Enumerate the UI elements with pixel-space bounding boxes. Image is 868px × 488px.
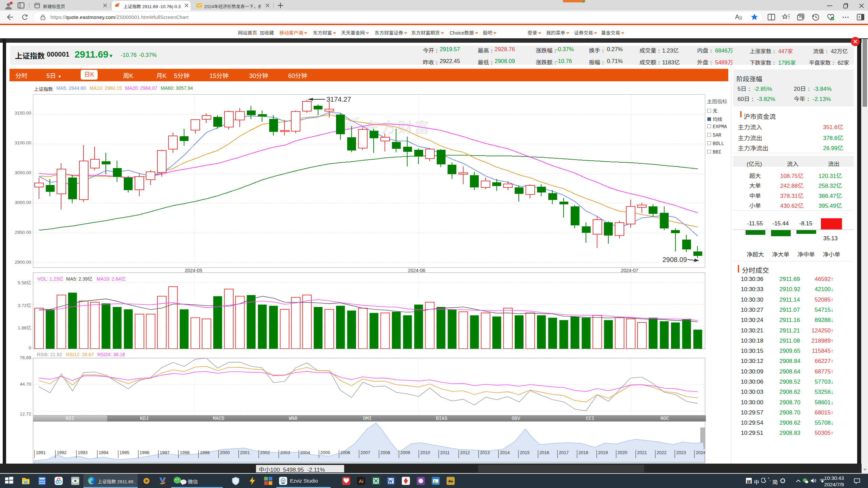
svg-text:2017: 2017: [559, 450, 569, 455]
svg-text:2004: 2004: [300, 450, 310, 455]
svg-text:2022: 2022: [657, 450, 667, 455]
svg-text:3174.27: 3174.27: [327, 96, 351, 103]
svg-text:2908.09: 2908.09: [663, 256, 687, 263]
svg-text:2006: 2006: [340, 450, 350, 455]
svg-text:2008: 2008: [380, 450, 390, 455]
svg-text:2018: 2018: [578, 450, 588, 455]
svg-text:2019: 2019: [598, 450, 608, 455]
svg-text:1995: 1995: [120, 450, 130, 455]
svg-text:1991: 1991: [36, 450, 46, 455]
svg-text:Ai: Ai: [359, 479, 363, 484]
svg-text:2009: 2009: [400, 450, 410, 455]
svg-text:1993: 1993: [78, 450, 87, 455]
svg-text:2011: 2011: [440, 450, 450, 455]
svg-text:2013: 2013: [480, 450, 490, 455]
svg-text:1998: 1998: [180, 450, 190, 455]
svg-text:2016: 2016: [539, 450, 549, 455]
svg-text:2002: 2002: [260, 450, 270, 455]
svg-text:2001: 2001: [240, 450, 250, 455]
svg-text:2005: 2005: [320, 450, 330, 455]
svg-text:2012: 2012: [460, 450, 470, 455]
svg-text:2024: 2024: [696, 450, 705, 455]
svg-text:2023: 2023: [676, 450, 686, 455]
svg-text:2007: 2007: [360, 450, 370, 455]
svg-text:1994: 1994: [99, 450, 108, 455]
svg-text:2000: 2000: [220, 450, 230, 455]
svg-text:1999: 1999: [200, 450, 210, 455]
svg-text:1996: 1996: [140, 450, 150, 455]
svg-text:2003: 2003: [280, 450, 290, 455]
svg-text:2014: 2014: [500, 450, 510, 455]
svg-text:2010: 2010: [420, 450, 430, 455]
svg-text:2020: 2020: [617, 450, 627, 455]
svg-text:2021: 2021: [637, 450, 647, 455]
svg-text:1997: 1997: [160, 450, 170, 455]
svg-text:2015: 2015: [520, 450, 530, 455]
svg-text:1992: 1992: [57, 450, 66, 455]
